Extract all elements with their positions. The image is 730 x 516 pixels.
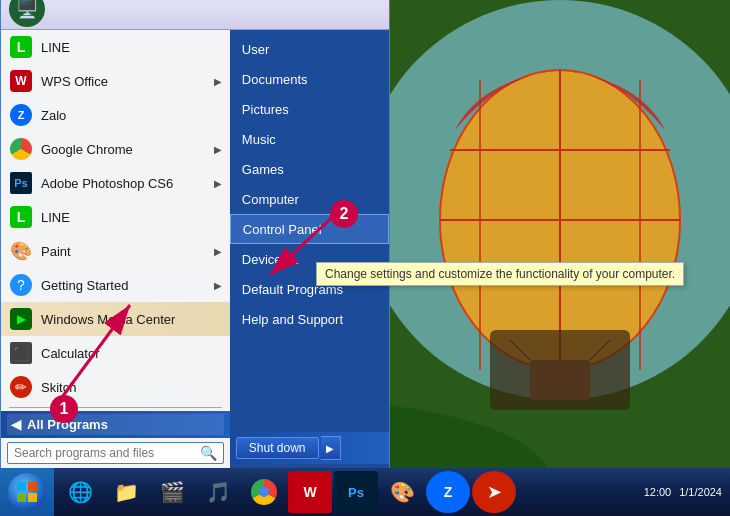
- taskbar-zalo-tb-icon[interactable]: Z: [426, 471, 470, 513]
- ps-arrow: ▶: [214, 178, 222, 189]
- calculator-icon: ⬛: [9, 341, 33, 365]
- menu-divider: [9, 407, 222, 408]
- right-item-documents-label: Documents: [242, 72, 308, 87]
- menu-item-wps[interactable]: W WPS Office ▶: [1, 64, 230, 98]
- menu-item-line2-label: LINE: [41, 210, 222, 225]
- taskbar-chrome-tb-icon[interactable]: [242, 471, 286, 513]
- taskbar-ps-tb-icon[interactable]: Ps: [334, 471, 378, 513]
- taskbar-items: 🌐 📁 🎬 🎵 W Ps 🎨 Z ➤: [54, 468, 636, 516]
- right-item-computer[interactable]: Computer: [230, 184, 389, 214]
- right-item-computer-label: Computer: [242, 192, 299, 207]
- taskbar-wps-tb-icon[interactable]: W: [288, 471, 332, 513]
- menu-item-skitch-label: Skitch: [41, 380, 222, 395]
- menu-item-zalo-label: Zalo: [41, 108, 222, 123]
- ps-icon: Ps: [9, 171, 33, 195]
- all-programs-bar: ◀ All Programs: [1, 411, 230, 438]
- paint-icon: 🎨: [9, 239, 33, 263]
- menu-item-ps-label: Adobe Photoshop CS6: [41, 176, 206, 191]
- skitch-icon: ✏: [9, 375, 33, 399]
- taskbar-date: 1/1/2024: [679, 486, 722, 498]
- right-item-documents[interactable]: Documents: [230, 64, 389, 94]
- pinned-icon: 🖥️: [9, 0, 45, 27]
- zalo-icon: Z: [9, 103, 33, 127]
- menu-item-line-label: LINE: [41, 40, 222, 55]
- windows-logo-icon: [16, 481, 38, 503]
- taskbar-mediaplayer-icon[interactable]: 🎬: [150, 471, 194, 513]
- windows-orb: [8, 473, 46, 511]
- taskbar-ie-icon[interactable]: 🌐: [58, 471, 102, 513]
- paint-arrow: ▶: [214, 246, 222, 257]
- getting-started-icon: ?: [9, 273, 33, 297]
- right-item-music[interactable]: Music: [230, 124, 389, 154]
- right-item-music-label: Music: [242, 132, 276, 147]
- right-item-pictures-label: Pictures: [242, 102, 289, 117]
- line2-icon: L: [9, 205, 33, 229]
- taskbar-music-icon[interactable]: 🎵: [196, 471, 240, 513]
- menu-item-skitch[interactable]: ✏ Skitch: [1, 370, 230, 404]
- all-programs-arrow-icon: ◀: [11, 417, 21, 432]
- right-item-user[interactable]: User: [230, 34, 389, 64]
- taskbar-arrow-icon[interactable]: ➤: [472, 471, 516, 513]
- menu-item-getting-started[interactable]: ? Getting Started ▶: [1, 268, 230, 302]
- menu-item-chrome-label: Google Chrome: [41, 142, 206, 157]
- left-panel: L LINE W WPS Office ▶ Z Zalo: [1, 30, 230, 468]
- all-programs-button[interactable]: ◀ All Programs: [7, 414, 224, 435]
- badge-1-text: 1: [60, 400, 69, 418]
- shutdown-button[interactable]: Shut down: [236, 437, 319, 459]
- menu-item-calc-label: Calculator: [41, 346, 222, 361]
- menu-item-line2[interactable]: L LINE: [1, 200, 230, 234]
- right-item-control-panel[interactable]: Control Panel: [230, 214, 389, 244]
- right-item-user-label: User: [242, 42, 269, 57]
- svg-rect-12: [490, 330, 630, 410]
- right-item-pictures[interactable]: Pictures: [230, 94, 389, 124]
- shutdown-arrow-button[interactable]: ▶: [321, 436, 341, 460]
- menu-item-chrome[interactable]: Google Chrome ▶: [1, 132, 230, 166]
- taskbar-right: 12:00 1/1/2024: [636, 486, 730, 498]
- svg-rect-15: [17, 482, 26, 491]
- chrome-arrow: ▶: [214, 144, 222, 155]
- menu-item-ps[interactable]: Ps Adobe Photoshop CS6 ▶: [1, 166, 230, 200]
- right-item-help-label: Help and Support: [242, 312, 343, 327]
- menu-item-getting-label: Getting Started: [41, 278, 206, 293]
- control-panel-tooltip: Change settings and customize the functi…: [316, 262, 684, 286]
- menu-item-line[interactable]: L LINE: [1, 30, 230, 64]
- right-item-games[interactable]: Games: [230, 154, 389, 184]
- svg-rect-16: [28, 482, 37, 491]
- menu-item-wmc-label: Windows Media Center: [41, 312, 222, 327]
- search-input[interactable]: [14, 446, 200, 460]
- menu-item-wmc[interactable]: ▶ Windows Media Center: [1, 302, 230, 336]
- taskbar: 🌐 📁 🎬 🎵 W Ps 🎨 Z ➤ 12:00 1/1/2024: [0, 468, 730, 516]
- svg-rect-18: [28, 493, 37, 502]
- taskbar-folder-icon[interactable]: 📁: [104, 471, 148, 513]
- wmc-icon: ▶: [9, 307, 33, 331]
- search-bar: 🔍: [7, 442, 224, 464]
- shutdown-bar: Shut down ▶: [230, 432, 389, 464]
- wps-arrow: ▶: [214, 76, 222, 87]
- taskbar-time: 12:00: [644, 486, 672, 498]
- menu-item-wps-label: WPS Office: [41, 74, 206, 89]
- right-item-games-label: Games: [242, 162, 284, 177]
- chrome-icon: [9, 137, 33, 161]
- right-item-control-panel-label: Control Panel: [243, 222, 322, 237]
- start-menu-pinned-area: 🖥️: [1, 0, 389, 30]
- badge-2-text: 2: [340, 205, 349, 223]
- menu-item-zalo[interactable]: Z Zalo: [1, 98, 230, 132]
- search-icon: 🔍: [200, 445, 217, 461]
- annotation-badge-1: 1: [50, 395, 78, 423]
- wps-icon: W: [9, 69, 33, 93]
- menu-item-paint[interactable]: 🎨 Paint ▶: [1, 234, 230, 268]
- svg-rect-17: [17, 493, 26, 502]
- getting-arrow: ▶: [214, 280, 222, 291]
- menu-item-calculator[interactable]: ⬛ Calculator: [1, 336, 230, 370]
- annotation-badge-2: 2: [330, 200, 358, 228]
- menu-item-paint-label: Paint: [41, 244, 206, 259]
- line-icon: L: [9, 35, 33, 59]
- right-item-devices-label: Devices...: [242, 252, 299, 267]
- taskbar-paint-tb-icon[interactable]: 🎨: [380, 471, 424, 513]
- right-item-help[interactable]: Help and Support: [230, 304, 389, 334]
- tooltip-text: Change settings and customize the functi…: [325, 267, 675, 281]
- start-button[interactable]: [0, 468, 54, 516]
- right-panel: User Documents Pictures Music Games Comp…: [230, 30, 389, 468]
